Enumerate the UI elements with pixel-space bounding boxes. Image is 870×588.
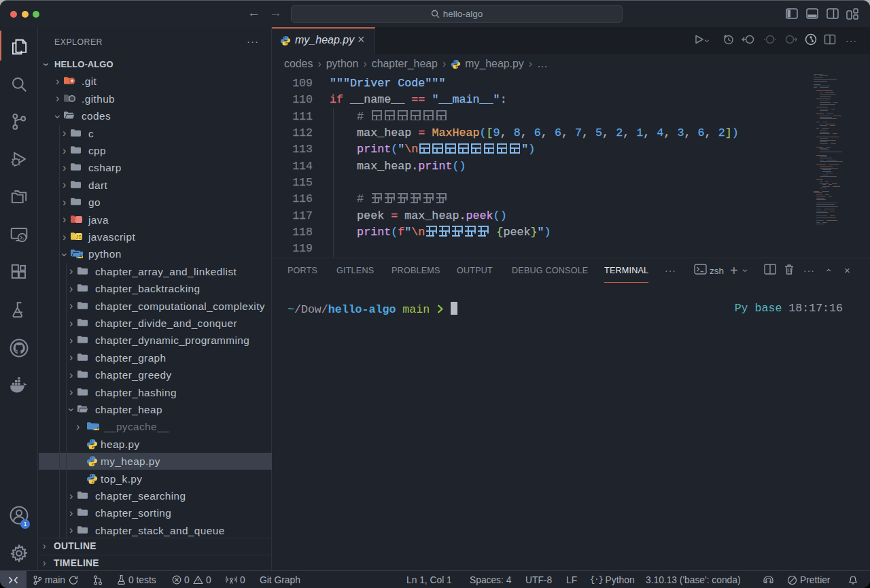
svg-text:JS: JS [75,235,82,239]
